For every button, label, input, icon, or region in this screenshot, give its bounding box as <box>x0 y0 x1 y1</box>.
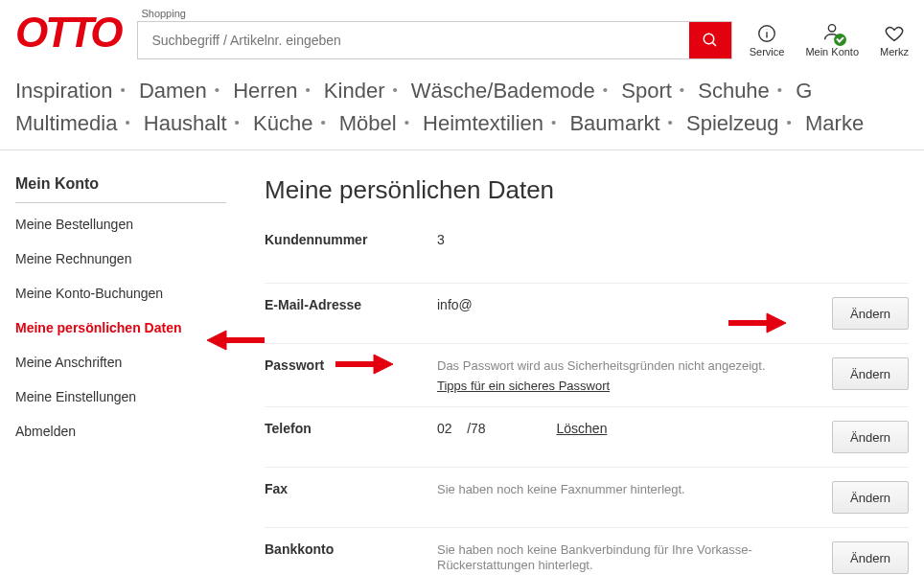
email-change-button[interactable]: Ändern <box>832 297 909 330</box>
email-value: info@ <box>437 297 832 312</box>
password-note: Das Passwort wird aus Sicherheitsgründen… <box>437 358 766 373</box>
wishlist-label: Merkz <box>880 46 909 58</box>
phone-change-button[interactable]: Ändern <box>832 421 909 453</box>
search-button[interactable] <box>689 22 731 58</box>
sidebar-title: Mein Konto <box>15 175 226 203</box>
sidebar-addresses[interactable]: Meine Anschriften <box>15 355 226 370</box>
heart-icon <box>884 23 905 44</box>
sidebar: Mein Konto Meine Bestellungen Meine Rech… <box>15 175 226 575</box>
nav-herren[interactable]: Herren <box>233 79 297 103</box>
sidebar-settings[interactable]: Meine Einstellungen <box>15 389 226 404</box>
fax-change-button[interactable]: Ändern <box>832 481 909 514</box>
nav-row-2: Multimedia• Haushalt• Küche• Möbel• Heim… <box>15 107 909 140</box>
search-icon <box>702 32 719 49</box>
phone-value-wrap: 02 /78 Löschen <box>437 421 832 436</box>
password-value: Das Passwort wird aus Sicherheitsgründen… <box>437 357 832 393</box>
main-nav: Inspiration• Damen• Herren• Kinder• Wäsc… <box>0 59 924 150</box>
header: OTTO Shopping Service Mein Konto Merkz <box>0 0 924 59</box>
row-bank: Bankkonto Sie haben noch keine Bankverbi… <box>265 528 909 575</box>
account-label: Mein Konto <box>805 46 859 58</box>
password-change-button[interactable]: Ändern <box>832 357 909 390</box>
row-customer-no: Kundennummer 3 <box>265 232 909 284</box>
row-phone: Telefon 02 /78 Löschen Ändern <box>265 407 909 468</box>
nav-baumarkt[interactable]: Baumarkt <box>569 111 659 135</box>
svg-point-5 <box>829 25 836 32</box>
nav-multimedia[interactable]: Multimedia <box>15 111 117 135</box>
check-badge-icon <box>834 34 846 46</box>
header-icons: Service Mein Konto Merkz <box>750 21 909 59</box>
password-tips-link[interactable]: Tipps für ein sicheres Passwort <box>437 379 610 393</box>
phone-label: Telefon <box>265 421 437 436</box>
nav-g[interactable]: G <box>796 79 812 103</box>
customer-no-value: 3 <box>437 232 909 247</box>
nav-heimtextilien[interactable]: Heimtextilien <box>423 111 543 135</box>
nav-damen[interactable]: Damen <box>139 79 207 103</box>
page-layout: Mein Konto Meine Bestellungen Meine Rech… <box>0 150 924 575</box>
sidebar-orders[interactable]: Meine Bestellungen <box>15 217 226 232</box>
service-label: Service <box>750 46 785 58</box>
content-area: Meine persönlichen Daten Kundennummer 3 … <box>265 175 909 575</box>
nav-row-1: Inspiration• Damen• Herren• Kinder• Wäsc… <box>15 75 909 107</box>
logo[interactable]: OTTO <box>15 12 120 59</box>
nav-spielzeug[interactable]: Spielzeug <box>686 111 779 135</box>
bank-note: Sie haben noch keine Bankverbindung für … <box>437 542 752 572</box>
account-link[interactable]: Mein Konto <box>805 21 859 58</box>
sidebar-logout[interactable]: Abmelden <box>15 424 226 439</box>
wishlist-link[interactable]: Merkz <box>880 23 909 58</box>
nav-haushalt[interactable]: Haushalt <box>144 111 227 135</box>
row-fax: Fax Sie haben noch keine Faxnummer hinte… <box>265 468 909 528</box>
svg-line-1 <box>712 42 716 46</box>
svg-point-0 <box>704 34 714 44</box>
row-email: E-Mail-Adresse info@ Ändern <box>265 284 909 344</box>
nav-moebel[interactable]: Möbel <box>339 111 397 135</box>
nav-kueche[interactable]: Küche <box>253 111 312 135</box>
phone-delete-link[interactable]: Löschen <box>556 421 607 436</box>
service-link[interactable]: Service <box>750 23 785 58</box>
shopping-label: Shopping <box>141 8 731 19</box>
fax-label: Fax <box>265 481 437 496</box>
nav-marke[interactable]: Marke <box>805 111 864 135</box>
password-label: Passwort <box>265 357 437 373</box>
sidebar-invoices[interactable]: Meine Rechnungen <box>15 251 226 266</box>
customer-no-label: Kundennummer <box>265 232 437 247</box>
nav-sport[interactable]: Sport <box>621 79 672 103</box>
email-label: E-Mail-Adresse <box>265 297 437 312</box>
sidebar-bookings[interactable]: Meine Konto-Buchungen <box>15 286 226 301</box>
bank-value: Sie haben noch keine Bankverbindung für … <box>437 541 832 572</box>
sidebar-personal-data[interactable]: Meine persönlichen Daten <box>15 320 226 335</box>
search-input[interactable] <box>138 22 688 58</box>
bank-change-button[interactable]: Ändern <box>832 541 909 574</box>
nav-schuhe[interactable]: Schuhe <box>698 79 770 103</box>
nav-inspiration[interactable]: Inspiration <box>15 79 113 103</box>
fax-value: Sie haben noch keine Faxnummer hinterleg… <box>437 481 832 496</box>
nav-kinder[interactable]: Kinder <box>324 79 385 103</box>
page-title: Meine persönlichen Daten <box>265 175 909 205</box>
search-bar <box>137 21 731 59</box>
bank-label: Bankkonto <box>265 541 437 557</box>
info-icon <box>756 23 777 44</box>
search-column: Shopping <box>137 8 731 59</box>
phone-value: 02 /78 <box>437 421 486 436</box>
row-password: Passwort Das Passwort wird aus Sicherhei… <box>265 344 909 407</box>
fax-note: Sie haben noch keine Faxnummer hinterleg… <box>437 482 685 496</box>
nav-waesche[interactable]: Wäsche/Bademode <box>411 79 595 103</box>
